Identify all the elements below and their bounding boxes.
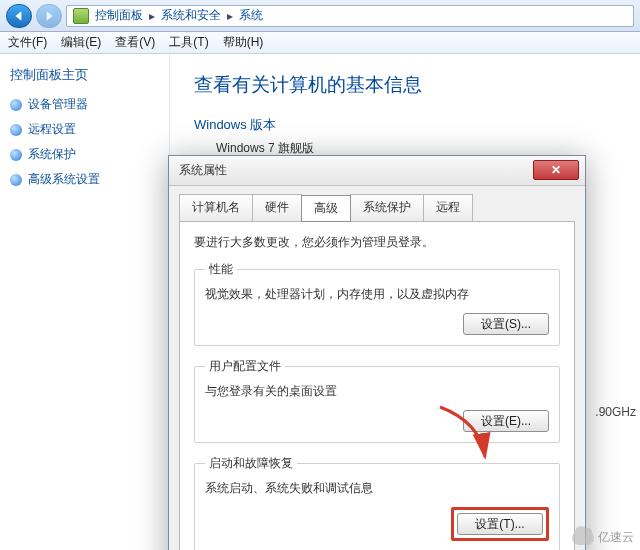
sidebar-item-advanced[interactable]: 高级系统设置 (10, 171, 159, 188)
page-title: 查看有关计算机的基本信息 (194, 72, 616, 98)
tab-remote[interactable]: 远程 (423, 194, 473, 221)
crumb-root[interactable]: 控制面板 (95, 7, 143, 24)
sidebar-item-label: 设备管理器 (28, 96, 88, 113)
tab-strip: 计算机名 硬件 高级 系统保护 远程 (169, 186, 585, 221)
sidebar-item-label: 远程设置 (28, 121, 76, 138)
group-desc: 系统启动、系统失败和调试信息 (205, 480, 549, 497)
tab-protection[interactable]: 系统保护 (350, 194, 424, 221)
crumb-mid[interactable]: 系统和安全 (161, 7, 221, 24)
sidebar-item-remote[interactable]: 远程设置 (10, 121, 159, 138)
cloud-icon (572, 531, 594, 545)
sidebar: 控制面板主页 设备管理器 远程设置 系统保护 高级系统设置 (0, 54, 170, 550)
bullet-icon (10, 149, 22, 161)
crumb-leaf[interactable]: 系统 (239, 7, 263, 24)
sidebar-item-label: 系统保护 (28, 146, 76, 163)
close-icon: ✕ (551, 163, 561, 177)
cpu-ghz-fragment: .90GHz (595, 405, 636, 419)
group-desc: 视觉效果，处理器计划，内存使用，以及虚拟内存 (205, 286, 549, 303)
sidebar-home[interactable]: 控制面板主页 (10, 66, 159, 84)
window-titlebar: 控制面板 ▸ 系统和安全 ▸ 系统 (0, 0, 640, 32)
dialog-close-button[interactable]: ✕ (533, 160, 579, 180)
performance-settings-button[interactable]: 设置(S)... (463, 313, 549, 335)
sidebar-item-device-manager[interactable]: 设备管理器 (10, 96, 159, 113)
watermark: 亿速云 (572, 529, 634, 546)
group-desc: 与您登录有关的桌面设置 (205, 383, 549, 400)
group-legend: 启动和故障恢复 (205, 455, 297, 472)
tab-hardware[interactable]: 硬件 (252, 194, 302, 221)
dialog-title: 系统属性 (179, 162, 227, 179)
menu-tools[interactable]: 工具(T) (169, 34, 208, 51)
tab-computer-name[interactable]: 计算机名 (179, 194, 253, 221)
menu-file[interactable]: 文件(F) (8, 34, 47, 51)
user-profile-settings-button[interactable]: 设置(E)... (463, 410, 549, 432)
group-legend: 性能 (205, 261, 237, 278)
group-legend: 用户配置文件 (205, 358, 285, 375)
bullet-icon (10, 99, 22, 111)
watermark-text: 亿速云 (598, 529, 634, 546)
tab-panel-advanced: 要进行大多数更改，您必须作为管理员登录。 性能 视觉效果，处理器计划，内存使用，… (179, 221, 575, 550)
sidebar-item-label: 高级系统设置 (28, 171, 100, 188)
admin-note: 要进行大多数更改，您必须作为管理员登录。 (194, 234, 560, 251)
tab-advanced[interactable]: 高级 (301, 195, 351, 222)
group-performance: 性能 视觉效果，处理器计划，内存使用，以及虚拟内存 设置(S)... (194, 261, 560, 346)
group-user-profile: 用户配置文件 与您登录有关的桌面设置 设置(E)... (194, 358, 560, 443)
breadcrumb[interactable]: 控制面板 ▸ 系统和安全 ▸ 系统 (66, 5, 634, 27)
menu-view[interactable]: 查看(V) (115, 34, 155, 51)
menu-bar: 文件(F) 编辑(E) 查看(V) 工具(T) 帮助(H) (0, 32, 640, 54)
control-panel-icon (73, 8, 89, 24)
section-windows-edition: Windows 版本 (194, 116, 616, 134)
sidebar-item-protection[interactable]: 系统保护 (10, 146, 159, 163)
group-startup-recovery: 启动和故障恢复 系统启动、系统失败和调试信息 设置(T)... (194, 455, 560, 550)
bullet-icon (10, 174, 22, 186)
system-properties-dialog: 系统属性 ✕ 计算机名 硬件 高级 系统保护 远程 要进行大多数更改，您必须作为… (168, 155, 586, 550)
crumb-sep-icon: ▸ (227, 9, 233, 23)
back-button[interactable] (6, 4, 32, 28)
annotation-highlight: 设置(T)... (451, 507, 549, 541)
dialog-titlebar[interactable]: 系统属性 ✕ (169, 156, 585, 186)
menu-edit[interactable]: 编辑(E) (61, 34, 101, 51)
menu-help[interactable]: 帮助(H) (223, 34, 264, 51)
bullet-icon (10, 124, 22, 136)
crumb-sep-icon: ▸ (149, 9, 155, 23)
forward-button[interactable] (36, 4, 62, 28)
startup-recovery-settings-button[interactable]: 设置(T)... (457, 513, 543, 535)
